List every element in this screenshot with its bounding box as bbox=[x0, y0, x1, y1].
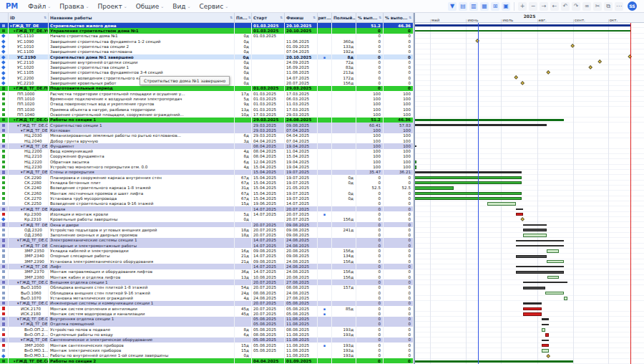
gantt-bar[interactable] bbox=[415, 166, 416, 168]
gantt-view-icon[interactable]: ▣ bbox=[502, 2, 510, 11]
gantt-bar[interactable] bbox=[523, 287, 545, 289]
gantt-bar[interactable] bbox=[415, 145, 416, 147]
menu-Правка[interactable]: Правка⌄ bbox=[59, 3, 89, 10]
gantt-bar[interactable] bbox=[545, 292, 564, 294]
add-task-icon[interactable]: + bbox=[518, 2, 527, 11]
column-header-crit[interactable]: Крит...⇅ bbox=[318, 13, 332, 22]
expand-caret-icon[interactable]: ▾ bbox=[21, 322, 23, 326]
gantt-bar[interactable] bbox=[487, 202, 517, 205]
gantt-bar[interactable] bbox=[542, 324, 549, 325]
gantt-bar[interactable] bbox=[545, 333, 549, 336]
expand-caret-icon[interactable]: ▾ bbox=[21, 170, 23, 174]
table-row[interactable]: СК.2250Возведение строительного каркаса … bbox=[0, 201, 414, 206]
expand-caret-icon[interactable]: ▾ bbox=[17, 238, 19, 242]
indent-icon[interactable]: → bbox=[540, 2, 548, 11]
table-row[interactable]: ▾ГЖД_ТГ_DE.Сек 1Работы по секции 129.03.… bbox=[0, 118, 414, 123]
table-row[interactable]: ▾ГЖД_ТГ_DE.Сек 2Работы по секции 204.04.… bbox=[0, 358, 414, 363]
copy-icon[interactable]: ⧉ bbox=[604, 2, 613, 11]
gantt-bar[interactable] bbox=[523, 312, 542, 315]
expand-caret-icon[interactable]: ▾ bbox=[17, 123, 19, 128]
table-row[interactable]: Кр.2310Кровельные работы завершены0д20.0… bbox=[0, 217, 414, 222]
milestone-diamond[interactable] bbox=[546, 70, 550, 75]
milestone-diamond[interactable] bbox=[546, 354, 550, 358]
table-row[interactable]: ПП.1040Освоение строительной площадки, с… bbox=[0, 112, 414, 117]
table-row[interactable]: ▾ГЖД_ТГ_DE.Сек 1.2.2Лифт14.07.202524.08.… bbox=[0, 264, 414, 269]
gantt-bar[interactable] bbox=[516, 209, 523, 210]
table-row[interactable]: ПП.1030Приемка объекта в натуре, разбивк… bbox=[0, 107, 414, 112]
column-header-start[interactable]: Старт⇅ bbox=[252, 13, 285, 22]
table-row[interactable]: ПП.1010Временное подключение к воздушной… bbox=[0, 96, 414, 101]
gantt-bar[interactable] bbox=[516, 213, 523, 216]
table-row[interactable]: УС.2110Завершение внутренней отделки сек… bbox=[0, 59, 414, 64]
expand-caret-icon[interactable]: ▾ bbox=[21, 223, 23, 227]
milestone-diamond[interactable] bbox=[521, 81, 525, 85]
table-row[interactable]: ЗМР.2390Установка электромеханического о… bbox=[0, 259, 414, 264]
expand-caret-icon[interactable]: ▾ bbox=[10, 24, 12, 28]
table-row[interactable]: ИСК.2170Монтаж систем отопления и вентил… bbox=[0, 306, 414, 311]
table-row[interactable]: ОД.2320Устройство подъездов и угловых вн… bbox=[0, 227, 414, 232]
table-row[interactable]: УС.1090Завершение строительства фундамен… bbox=[0, 39, 414, 44]
column-header-p2[interactable]: % выпо...⇅ bbox=[384, 13, 414, 22]
milestone-diamond[interactable] bbox=[521, 217, 525, 221]
table-row[interactable]: ИСК.2180Монтаж систем водопровода и кана… bbox=[0, 311, 414, 316]
table-row[interactable]: ЗМР.2000Монтаж сантехнических приборов15… bbox=[0, 343, 414, 348]
redo-icon[interactable]: ↷ bbox=[572, 2, 580, 11]
table-row[interactable]: ЗМР.2380Монтаж кабин и отделка лифтов13д… bbox=[0, 274, 414, 279]
expand-caret-icon[interactable]: ▾ bbox=[21, 337, 23, 342]
table-row[interactable]: НЦ.2030Механизированные земляные работы … bbox=[0, 133, 414, 138]
expand-caret-icon[interactable]: ▾ bbox=[21, 264, 23, 269]
table-row[interactable]: ▾ГЖД_ТГ_DE.Сек 1.1.1Котлован29.03.202507… bbox=[0, 128, 414, 133]
gantt-bar[interactable] bbox=[415, 192, 522, 195]
gantt-bar[interactable] bbox=[415, 186, 454, 189]
gantt-bar[interactable] bbox=[516, 245, 564, 246]
expand-caret-icon[interactable]: ▾ bbox=[21, 244, 23, 248]
milestone-diamond[interactable] bbox=[514, 76, 518, 80]
table-row[interactable]: УС.1020Завершение строительства секции 1… bbox=[0, 65, 414, 70]
gantt-bar[interactable] bbox=[415, 176, 522, 179]
menu-Проект[interactable]: Проект⌄ bbox=[97, 3, 127, 10]
gantt-bar[interactable] bbox=[516, 240, 564, 241]
menu-Сервис[interactable]: Сервис⌄ bbox=[200, 3, 229, 10]
table-row[interactable]: ▾ГЖД_ТГ_DE.Сек 1.2Электромеханические си… bbox=[0, 238, 414, 243]
table-row[interactable]: ВнО.МО.1...Монтаж электрических приборов… bbox=[0, 348, 414, 353]
gantt-bar[interactable] bbox=[564, 297, 567, 300]
gantt-bar[interactable] bbox=[523, 282, 567, 283]
table-row[interactable]: ВыО.1070Установка металлических огражден… bbox=[0, 295, 414, 300]
board-icon[interactable]: ▤ bbox=[459, 2, 467, 11]
milestone-diamond[interactable] bbox=[570, 44, 575, 49]
table-row[interactable]: СК.2280Укладка бетонных плит67д15.04.202… bbox=[0, 180, 414, 185]
gantt-bar[interactable] bbox=[516, 271, 564, 274]
column-header-fin[interactable]: Финиш⇅ bbox=[285, 13, 318, 22]
gantt-bar[interactable] bbox=[415, 30, 630, 32]
table-row[interactable]: ▾ГЖД_ТГ_DE.Сек 1.2.1Слесарные и электром… bbox=[0, 243, 414, 248]
table-row[interactable]: ▾ГЖД_ТГ_DE.Сек 1.4Инженерные системы и к… bbox=[0, 301, 414, 306]
table-row[interactable]: УС.2190Строительство дома №1 завершено0д… bbox=[0, 54, 414, 59]
table-row[interactable]: ВнО.ОП.2...Отделочные работы по входу6д0… bbox=[0, 332, 414, 337]
table-row[interactable]: ВыО.1060Облицовка внешних стен плиткой 9… bbox=[0, 290, 414, 295]
table-gantt-splitter[interactable] bbox=[414, 13, 415, 364]
table-row[interactable]: ВнО.МО.1...Работы по внутренней отделке … bbox=[0, 353, 414, 358]
milestone-diamond[interactable] bbox=[588, 65, 592, 70]
gantt-bar[interactable] bbox=[542, 349, 549, 352]
table-row[interactable]: Кр.2300Изоляция и монтаж кровли5д14.07.2… bbox=[0, 211, 414, 216]
link-icon[interactable]: ∞ bbox=[582, 2, 591, 11]
table-row[interactable]: ▾ГЖД_ТГ_DE.Сек 1.1.2Фундамент08.04.20251… bbox=[0, 143, 414, 148]
table-row[interactable]: СК.2270Установка труб мусоропровода67д15… bbox=[0, 196, 414, 201]
menu-Вид[interactable]: Вид⌄ bbox=[172, 3, 190, 10]
expand-caret-icon[interactable]: ▾ bbox=[14, 29, 16, 33]
table-row[interactable]: ▾ГЖД_ТГ_DE.Сек 1.1.3Стены и перекрытия15… bbox=[0, 170, 414, 175]
more-icon[interactable]: ⋯ bbox=[615, 2, 623, 11]
gantt-bar[interactable] bbox=[542, 328, 545, 331]
table-row[interactable]: СК.2260Монтаж лестничных проемов и шахт … bbox=[0, 191, 414, 196]
table-row[interactable]: ▾ГЖД_ТГ_DE.Сек 1.1.5Окна и двери20.07.20… bbox=[0, 222, 414, 227]
table-row[interactable]: ▾ГЖД_ТГ_DE.УСУправление строительством д… bbox=[0, 28, 414, 33]
gantt-bar[interactable] bbox=[547, 249, 560, 252]
column-header-ind[interactable] bbox=[0, 13, 9, 22]
gantt-bar[interactable] bbox=[523, 307, 542, 310]
table-row[interactable]: ▾ГЖД_ТГ_DE.Сек 1.5Внутренняя отделка сек… bbox=[0, 317, 414, 322]
table-row[interactable]: ЗМР.2340Опорные слесарные работы21д14.07… bbox=[0, 254, 414, 259]
table-row[interactable]: НЦ.2210Сооружение фундамента8д08.04.2025… bbox=[0, 154, 414, 159]
gantt-bar[interactable] bbox=[523, 224, 546, 226]
undo-icon[interactable]: ↶ bbox=[561, 2, 570, 11]
outdent-icon[interactable]: ← bbox=[550, 2, 559, 11]
